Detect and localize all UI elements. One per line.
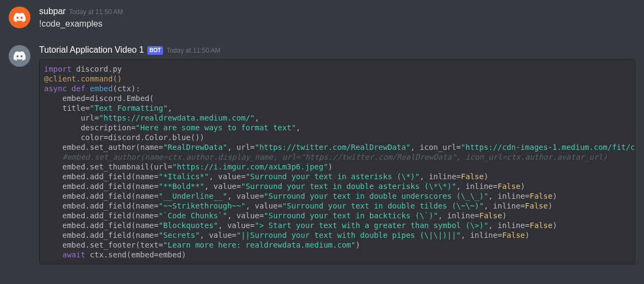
message-timestamp: Today at 11:50 AM <box>69 8 123 17</box>
string: "Blockquotes" <box>159 221 218 230</box>
string: "__Underline__" <box>159 192 227 200</box>
code-text: embed.set_author(name= <box>44 143 163 152</box>
string: "Secrets" <box>159 231 200 239</box>
code-text: ) <box>521 182 525 191</box>
code-text: ) <box>328 162 333 171</box>
discord-logo-icon <box>13 12 26 22</box>
string: "https://cdn-images-1.medium.com/fit/c/3… <box>461 143 635 152</box>
code-text: embed.add_field(name= <box>44 192 159 200</box>
value-false: False <box>479 211 502 220</box>
code-text: , inline= <box>420 172 461 181</box>
code-text: embed.add_field(name= <box>44 231 159 239</box>
code-text: embed.set_footer(text= <box>44 241 163 249</box>
string: "`Code Chunks`" <box>159 211 227 220</box>
code-text: ) <box>553 221 557 230</box>
code-text: embed.add_field(name= <box>44 182 159 191</box>
keyword: await <box>62 250 85 259</box>
code-text: , inline= <box>489 192 530 200</box>
code-text: (ctx): <box>112 84 140 93</box>
string: "~~Strikethrough~~" <box>159 201 246 210</box>
code-text: embed=discord.Embed( <box>44 94 154 103</box>
code-text: , value= <box>227 211 264 220</box>
code-text: ) <box>502 211 507 220</box>
string: "RealDrewData" <box>163 143 227 152</box>
code-text: , inline= <box>489 221 530 230</box>
string: "Surround your text in double underscore… <box>264 192 489 200</box>
message-header: Tutorial Application Video 1 BOT Today a… <box>39 44 635 56</box>
value-false: False <box>502 231 525 239</box>
code-text: , inline= <box>484 201 525 210</box>
string: "**Bold**" <box>159 182 204 191</box>
chat-message: subpar Today at 11:50 AM !code_examples <box>9 2 635 30</box>
code-text: , <box>296 123 301 132</box>
string: "https://twitter.com/RealDrewData" <box>255 143 411 152</box>
comment: #embed.set_author(name=ctx.author.displa… <box>44 153 608 161</box>
value-false: False <box>529 192 552 200</box>
code-text: , value= <box>246 201 282 210</box>
username[interactable]: Tutorial Application Video 1 <box>39 44 144 56</box>
string: "https://i.imgur.com/axLm3p6.jpeg" <box>172 162 328 171</box>
keyword: async <box>44 84 67 93</box>
code-text: , value= <box>227 192 264 200</box>
code-text: ctx.send(embed=embed) <box>85 250 186 259</box>
string: "Learn more here: realdrewdata.medium.co… <box>163 241 355 249</box>
message-timestamp: Today at 11:50 AM <box>166 46 220 55</box>
message-content: subpar Today at 11:50 AM !code_examples <box>39 5 635 30</box>
bot-avatar[interactable] <box>9 45 30 67</box>
code-text: embed.set_thumbnail(url= <box>44 162 172 171</box>
value-false: False <box>529 221 552 230</box>
code-text: , value= <box>218 221 254 230</box>
code-text: ) <box>548 201 552 210</box>
code-text: , <box>255 113 259 122</box>
code-text: , value= <box>200 231 236 239</box>
string: "> Start your text with a greater than s… <box>255 221 489 230</box>
code-text: , inline= <box>461 231 502 239</box>
code-text: , icon_url= <box>410 143 461 152</box>
keyword: import <box>44 65 72 73</box>
string: "https://realdrewdata.medium.com/" <box>99 113 255 122</box>
discord-logo-icon <box>13 51 26 61</box>
message-text: !code_examples <box>39 18 635 30</box>
code-text: embed.add_field(name= <box>44 201 159 210</box>
string: "||Surround your text with double pipes … <box>236 231 461 239</box>
value-false: False <box>497 182 520 191</box>
string: "*Italics*" <box>159 172 209 181</box>
code-text: ) <box>553 192 557 200</box>
username[interactable]: subpar <box>39 5 66 17</box>
code-text: color=discord.Color.blue()) <box>44 133 204 142</box>
code-text: , <box>168 104 172 112</box>
code-text: embed.add_field(name= <box>44 172 159 181</box>
string: "Here are some ways to format text" <box>136 123 296 132</box>
code-text: , value= <box>204 182 241 191</box>
code-text: , url= <box>227 143 255 152</box>
function-name: embed <box>90 84 112 93</box>
string: "Surround your text in double tildes (\~… <box>282 201 484 210</box>
code-text: ) <box>355 241 360 249</box>
message-content: Tutorial Application Video 1 BOT Today a… <box>39 44 635 264</box>
value-false: False <box>525 201 548 210</box>
code-text: url= <box>44 113 99 122</box>
value-false: False <box>461 172 484 181</box>
keyword: def <box>72 84 85 93</box>
string: "Surround your text in backticks (\`)" <box>264 211 438 220</box>
code-text: embed.add_field(name= <box>44 221 159 230</box>
code-text: ) <box>525 231 529 239</box>
user-avatar[interactable] <box>9 7 30 28</box>
chat-message: Tutorial Application Video 1 BOT Today a… <box>9 41 635 264</box>
code-text: description= <box>44 123 136 132</box>
bot-tag: BOT <box>147 46 163 55</box>
code-text: , value= <box>209 172 245 181</box>
code-text: title= <box>44 104 90 112</box>
string: "Text Formatting" <box>90 104 167 112</box>
string: "Surround your text in asterisks (\*)" <box>246 172 420 181</box>
code-text: , inline= <box>438 211 479 220</box>
decorator: @client.command() <box>44 74 122 83</box>
code-text: , inline= <box>457 182 498 191</box>
message-header: subpar Today at 11:50 AM <box>39 5 635 17</box>
code-block[interactable]: import discord.py @client.command() asyn… <box>39 59 635 264</box>
string: "Surround your text in double asterisks … <box>241 182 456 191</box>
code-text: ) <box>484 172 488 181</box>
code-text: discord.py <box>72 65 122 73</box>
code-text: embed.add_field(name= <box>44 211 159 220</box>
